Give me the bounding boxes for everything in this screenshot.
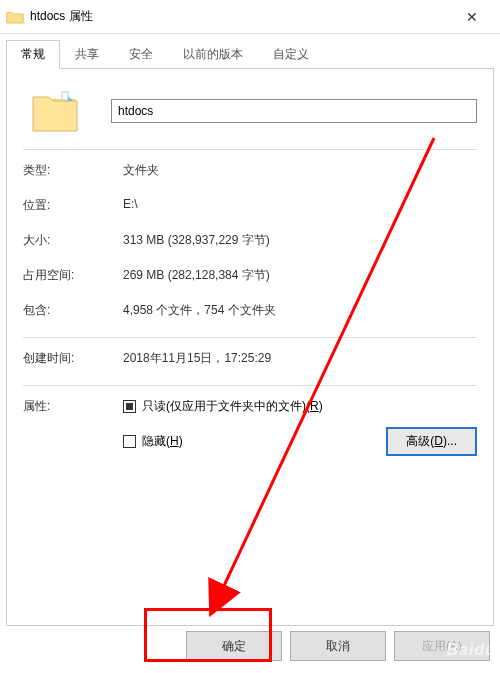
advanced-button[interactable]: 高级(D)... [386,427,477,456]
hidden-checkbox[interactable] [123,435,136,448]
readonly-label: 只读(仅应用于文件夹中的文件)(R) [142,398,323,415]
tab-panel-general: 类型: 文件夹 位置: E:\ 大小: 313 MB (328,937,229 … [6,68,494,626]
size-on-disk-value: 269 MB (282,128,384 字节) [123,267,270,284]
divider [23,337,477,338]
tab-general[interactable]: 常规 [6,40,60,69]
folder-icon [6,10,24,24]
divider [23,385,477,386]
tab-security[interactable]: 安全 [114,40,168,69]
apply-button[interactable]: 应用(A) [394,631,490,661]
location-label: 位置: [23,197,123,214]
attributes-label: 属性: [23,398,123,468]
size-on-disk-label: 占用空间: [23,267,123,284]
svg-rect-0 [62,92,68,100]
ok-button[interactable]: 确定 [186,631,282,661]
hidden-label: 隐藏(H) [142,433,183,450]
tab-sharing[interactable]: 共享 [60,40,114,69]
close-button[interactable]: ✕ [450,2,494,32]
window-title: htdocs 属性 [30,8,450,25]
created-value: 2018年11月15日，17:25:29 [123,350,271,367]
type-label: 类型: [23,162,123,179]
folder-large-icon [29,87,81,135]
divider [23,149,477,150]
tabs: 常规 共享 安全 以前的版本 自定义 [6,40,494,69]
contains-label: 包含: [23,302,123,319]
folder-name-input[interactable] [111,99,477,123]
created-label: 创建时间: [23,350,123,367]
size-label: 大小: [23,232,123,249]
tab-customize[interactable]: 自定义 [258,40,324,69]
tab-previous-versions[interactable]: 以前的版本 [168,40,258,69]
location-value: E:\ [123,197,138,214]
readonly-checkbox[interactable] [123,400,136,413]
cancel-button[interactable]: 取消 [290,631,386,661]
type-value: 文件夹 [123,162,159,179]
close-icon: ✕ [466,9,478,25]
size-value: 313 MB (328,937,229 字节) [123,232,270,249]
dialog-buttons: 确定 取消 应用(A) [186,631,490,661]
contains-value: 4,958 个文件，754 个文件夹 [123,302,276,319]
titlebar: htdocs 属性 ✕ [0,0,500,34]
